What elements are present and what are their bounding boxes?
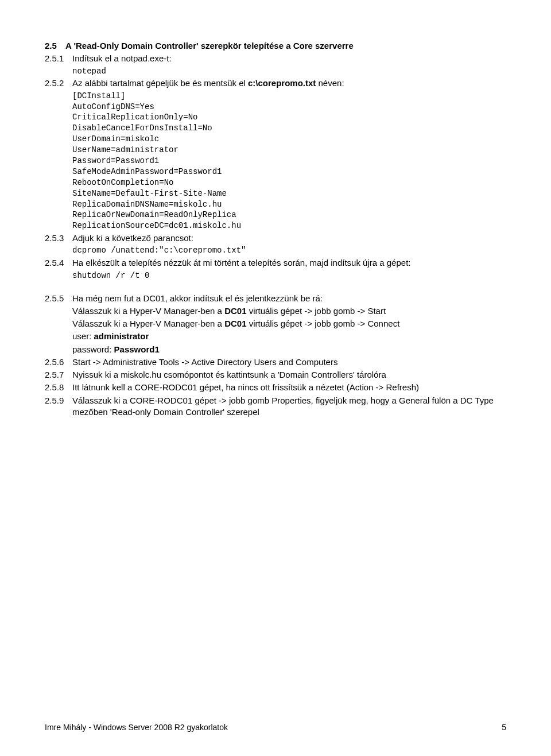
- step-number: 2.5.4: [45, 257, 72, 269]
- text-part: virtuális gépet -> jobb gomb -> Start: [246, 306, 386, 316]
- step-number: 2.5.7: [45, 369, 72, 381]
- step-number: 2.5.9: [45, 395, 72, 418]
- section-heading: 2.5 A 'Read-Only Domain Controller' szer…: [45, 40, 506, 52]
- step-line: Válasszuk ki a Hyper-V Manager-ben a DC0…: [72, 305, 506, 317]
- step-text: Start -> Administrative Tools -> Active …: [72, 356, 506, 368]
- bold-text: DC01: [224, 306, 246, 316]
- footer-page-number: 5: [502, 722, 506, 733]
- text-prefix: Az alábbi tartalmat gépeljük be és ments…: [72, 78, 248, 88]
- text-suffix: néven:: [316, 78, 344, 88]
- step-line: password: Password1: [72, 344, 506, 355]
- step-258: 2.5.8 Itt látnunk kell a CORE-RODC01 gép…: [45, 382, 506, 393]
- code-block: dcpromo /unattend:"c:\corepromo.txt": [72, 245, 506, 256]
- code-block: [DCInstall] AutoConfigDNS=Yes CriticalRe…: [72, 91, 506, 232]
- code-block: notepad: [72, 66, 506, 77]
- step-number: 2.5.5: [45, 293, 72, 304]
- step-text: Válasszuk ki a CORE-RODC01 gépet -> jobb…: [72, 395, 506, 418]
- step-text: Nyissuk ki a miskolc.hu csomópontot és k…: [72, 369, 506, 381]
- bold-text: Password1: [114, 344, 160, 354]
- step-number: 2.5.6: [45, 356, 72, 368]
- text-part: Válasszuk ki a Hyper-V Manager-ben a: [72, 306, 224, 316]
- filename-bold: c:\corepromo.txt: [248, 78, 316, 88]
- step-text: Ha még nem fut a DC01, akkor indítsuk el…: [72, 293, 506, 304]
- step-251: 2.5.1 Indítsuk el a notpad.exe-t:: [45, 53, 506, 64]
- step-line: user: administrator: [72, 331, 506, 342]
- step-number: 2.5.1: [45, 53, 72, 64]
- step-text: Az alábbi tartalmat gépeljük be és ments…: [72, 77, 506, 89]
- step-257: 2.5.7 Nyissuk ki a miskolc.hu csomóponto…: [45, 369, 506, 381]
- step-line: Válasszuk ki a Hyper-V Manager-ben a DC0…: [72, 318, 506, 329]
- bold-text: administrator: [94, 331, 149, 341]
- heading-text: A 'Read-Only Domain Controller' szerepkö…: [65, 40, 354, 52]
- step-text: Indítsuk el a notpad.exe-t:: [72, 53, 506, 64]
- text-part: virtuális gépet -> jobb gomb -> Connect: [246, 319, 399, 328]
- step-254: 2.5.4 Ha elkészült a telepítés nézzük át…: [45, 257, 506, 269]
- step-259: 2.5.9 Válasszuk ki a CORE-RODC01 gépet -…: [45, 395, 506, 418]
- text-part: Válasszuk ki a Hyper-V Manager-ben a: [72, 319, 224, 328]
- text-part: user:: [72, 331, 94, 341]
- heading-number: 2.5: [45, 40, 65, 52]
- step-253: 2.5.3 Adjuk ki a következő parancsot:: [45, 232, 506, 244]
- step-text: Ha elkészült a telepítés nézzük át mi tö…: [72, 257, 506, 269]
- code-block: shutdown /r /t 0: [72, 270, 506, 281]
- step-255: 2.5.5 Ha még nem fut a DC01, akkor indít…: [45, 293, 506, 304]
- step-number: 2.5.3: [45, 232, 72, 244]
- text-part: password:: [72, 344, 114, 354]
- step-text: Adjuk ki a következő parancsot:: [72, 232, 506, 244]
- step-256: 2.5.6 Start -> Administrative Tools -> A…: [45, 356, 506, 368]
- step-252: 2.5.2 Az alábbi tartalmat gépeljük be és…: [45, 77, 506, 89]
- footer-left: Imre Mihály - Windows Server 2008 R2 gya…: [45, 722, 228, 733]
- step-number: 2.5.8: [45, 382, 72, 393]
- bold-text: DC01: [224, 319, 246, 328]
- step-text: Itt látnunk kell a CORE-RODC01 gépet, ha…: [72, 382, 506, 393]
- step-number: 2.5.2: [45, 77, 72, 89]
- page-footer: Imre Mihály - Windows Server 2008 R2 gya…: [45, 722, 506, 733]
